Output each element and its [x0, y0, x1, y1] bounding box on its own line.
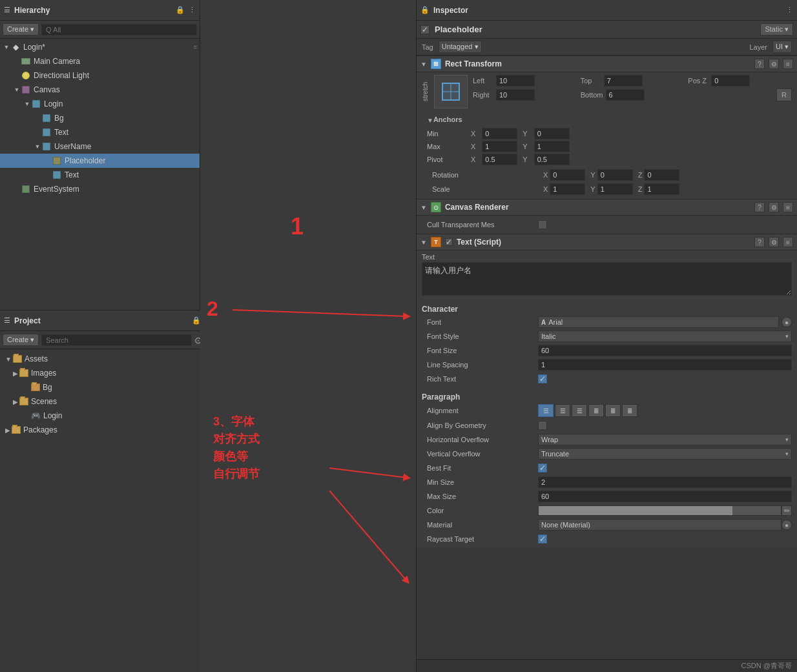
- project-item-images[interactable]: ▶ Images: [0, 366, 216, 380]
- anchors-expand[interactable]: ▼: [427, 117, 433, 124]
- tree-item-username[interactable]: ▼ UserName: [0, 139, 200, 154]
- hierarchy-lock-icon[interactable]: 🔒: [176, 6, 185, 14]
- inspector-panel: 🔒 Inspector ⋮ ✓ Placeholder Static ▾ Tag…: [417, 0, 797, 672]
- hierarchy-more-icon[interactable]: ⋮: [189, 6, 196, 14]
- align-btn-center[interactable]: ☰: [555, 404, 570, 417]
- tree-item-text2[interactable]: Text: [0, 168, 200, 182]
- anchors-min-y-input[interactable]: [534, 128, 570, 139]
- align-by-geometry-checkbox[interactable]: [538, 421, 547, 430]
- character-title: Character: [422, 305, 792, 314]
- anchors-max-label: Max: [427, 143, 466, 150]
- best-fit-checkbox[interactable]: ✓: [538, 463, 547, 473]
- rotation-y-input[interactable]: [597, 169, 633, 181]
- inspector-name-row: ✓ Placeholder Static ▾: [417, 21, 797, 39]
- project-item-assets[interactable]: ▼ Assets: [0, 352, 216, 366]
- inspector-lock-icon[interactable]: 🔒: [420, 6, 430, 14]
- tree-item-main-camera[interactable]: Main Camera: [0, 54, 200, 68]
- project-item-packages[interactable]: ▶ Packages: [0, 423, 216, 437]
- layer-dropdown[interactable]: UI ▾: [772, 41, 792, 53]
- ts-help-btn[interactable]: ?: [754, 237, 765, 247]
- rt-posz-input[interactable]: [711, 75, 750, 87]
- cr-more-btn[interactable]: ≡: [783, 202, 793, 212]
- rt-left-input[interactable]: [496, 75, 535, 87]
- text-textarea[interactable]: 请输入用户名: [422, 262, 792, 296]
- project-item-scenes[interactable]: ▶ Scenes: [0, 394, 216, 409]
- tree-item-placeholder[interactable]: Placeholder: [0, 154, 200, 168]
- rt-expand-arrow[interactable]: ▼: [420, 61, 427, 68]
- scale-y-input[interactable]: [597, 183, 633, 195]
- scale-z-input[interactable]: [644, 183, 679, 195]
- min-size-input[interactable]: [538, 476, 792, 488]
- color-swatch[interactable]: [538, 505, 781, 516]
- rt-bottom-input[interactable]: [606, 89, 645, 101]
- tree-item-bg[interactable]: Bg: [0, 111, 200, 125]
- project-item-bg[interactable]: Bg: [0, 380, 216, 394]
- anchors-min-x-input[interactable]: [482, 128, 517, 139]
- align-btn-bottom[interactable]: ≣: [622, 404, 637, 417]
- raycast-checkbox[interactable]: ✓: [538, 535, 547, 544]
- project-lock-icon[interactable]: 🔒: [192, 316, 201, 325]
- font-field[interactable]: A Arial: [538, 316, 779, 328]
- material-row: Material None (Material) ●: [422, 518, 792, 532]
- project-search-input[interactable]: [41, 334, 192, 346]
- project-create-button[interactable]: Create ▾: [3, 334, 39, 346]
- vertical-overflow-dropdown[interactable]: Truncate ▾: [538, 448, 792, 460]
- rotation-x-input[interactable]: [550, 169, 585, 181]
- project-menu-icon[interactable]: ☰: [4, 316, 10, 325]
- material-field[interactable]: None (Material): [538, 519, 781, 531]
- inspector-more-icon[interactable]: ⋮: [786, 6, 793, 14]
- tree-item-login[interactable]: ▼ ◆ Login* =: [0, 40, 200, 54]
- ts-expand-arrow[interactable]: ▼: [420, 239, 427, 246]
- tree-item-dir-light[interactable]: Directional Light: [0, 68, 200, 83]
- rt-visual[interactable]: [434, 75, 468, 108]
- material-label: Material: [422, 521, 538, 529]
- line-spacing-input[interactable]: [538, 359, 792, 371]
- rt-help-btn[interactable]: ?: [754, 59, 765, 69]
- hierarchy-search-input[interactable]: [41, 24, 197, 36]
- align-btn-right[interactable]: ☰: [572, 404, 587, 417]
- hierarchy-create-button[interactable]: Create ▾: [3, 23, 39, 36]
- tree-item-text[interactable]: Text: [0, 125, 200, 139]
- cull-checkbox[interactable]: [538, 220, 547, 229]
- ts-settings-btn[interactable]: ⚙: [769, 237, 779, 247]
- cr-help-btn[interactable]: ?: [754, 202, 765, 212]
- rich-text-checkbox[interactable]: ✓: [538, 374, 547, 383]
- align-btn-left[interactable]: ☰: [538, 404, 554, 417]
- tree-item-eventsystem[interactable]: EventSystem: [0, 182, 200, 196]
- ts-enabled-checkbox[interactable]: ✓: [445, 238, 453, 246]
- anchors-max-x-input[interactable]: [482, 141, 517, 152]
- tree-item-login-go[interactable]: ▼ Login: [0, 97, 200, 111]
- project-item-label: Images: [31, 369, 56, 378]
- static-toggle[interactable]: Static ▾: [760, 23, 793, 36]
- rt-more-btn[interactable]: ≡: [783, 59, 793, 69]
- max-size-input[interactable]: [538, 491, 792, 502]
- project-item-login-scene[interactable]: 🎮 Login: [0, 409, 216, 423]
- hierarchy-menu-icon[interactable]: ☰: [4, 6, 10, 14]
- rt-settings-btn[interactable]: ⚙: [769, 59, 779, 69]
- cr-settings-btn[interactable]: ⚙: [769, 202, 779, 212]
- cr-expand-arrow[interactable]: ▼: [420, 204, 427, 211]
- horizontal-overflow-dropdown[interactable]: Wrap ▾: [538, 434, 792, 445]
- font-style-dropdown[interactable]: Italic ▾: [538, 331, 792, 342]
- rt-top-input[interactable]: [604, 75, 643, 87]
- font-pick-button[interactable]: ●: [781, 317, 792, 327]
- rt-r-button[interactable]: R: [776, 88, 792, 101]
- ts-more-btn[interactable]: ≡: [783, 237, 793, 247]
- rotation-z-input[interactable]: [644, 169, 679, 181]
- font-size-input[interactable]: [538, 345, 792, 356]
- tree-options[interactable]: =: [193, 44, 197, 51]
- align-btn-top[interactable]: ≣: [588, 404, 604, 417]
- tree-item-canvas[interactable]: ▼ Canvas: [0, 83, 200, 97]
- color-picker-button[interactable]: ✏: [781, 505, 792, 516]
- material-pick-button[interactable]: ●: [781, 520, 792, 530]
- scale-x-input[interactable]: [550, 183, 585, 195]
- tag-dropdown[interactable]: Untagged ▾: [439, 41, 482, 53]
- rt-right-input[interactable]: [496, 89, 535, 101]
- gameobject-active-checkbox[interactable]: ✓: [420, 25, 430, 34]
- anchors-max-y-input[interactable]: [534, 141, 570, 152]
- align-btn-middle[interactable]: ≣: [605, 404, 621, 417]
- pivot-x-input[interactable]: [482, 154, 517, 165]
- tree-arrow: ▼: [3, 44, 10, 50]
- pivot-y-input[interactable]: [534, 154, 570, 165]
- scale-x-field: X: [543, 183, 585, 195]
